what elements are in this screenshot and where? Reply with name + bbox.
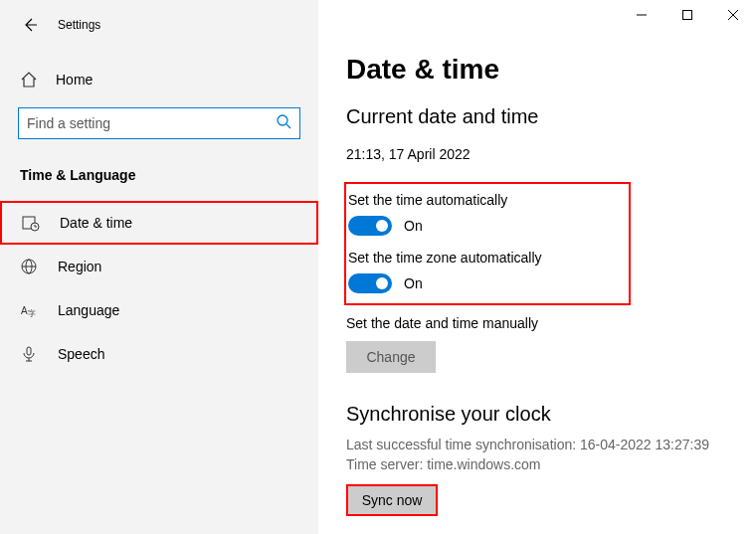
search-icon <box>276 113 291 133</box>
nav-label: Date & time <box>60 215 132 231</box>
titlebar: Settings <box>0 8 318 42</box>
search-input-container[interactable] <box>18 107 300 139</box>
auto-tz-toggle[interactable] <box>348 273 392 293</box>
home-link[interactable]: Home <box>0 62 318 97</box>
svg-point-4 <box>278 115 287 125</box>
nav-label: Speech <box>58 346 104 362</box>
change-button[interactable]: Change <box>346 341 436 373</box>
search-input[interactable] <box>27 115 276 131</box>
home-label: Home <box>56 72 93 88</box>
svg-line-5 <box>286 124 290 128</box>
current-datetime: 21:13, 17 April 2022 <box>346 146 756 162</box>
auto-time-state: On <box>404 218 423 234</box>
sync-title: Synchronise your clock <box>346 403 756 426</box>
home-icon <box>20 71 38 89</box>
main-content: Date & time Current date and time 21:13,… <box>318 0 756 534</box>
auto-tz-label: Set the time zone automatically <box>346 250 621 266</box>
back-button[interactable] <box>16 11 44 39</box>
nav-label: Region <box>58 259 101 274</box>
page-title: Date & time <box>346 54 756 86</box>
sync-server: Time server: time.windows.com <box>346 455 756 475</box>
language-icon: A字 <box>20 301 38 319</box>
sync-last: Last successful time synchronisation: 16… <box>346 436 756 455</box>
svg-text:A: A <box>21 305 28 316</box>
svg-rect-13 <box>27 347 31 355</box>
auto-time-toggle[interactable] <box>348 216 392 236</box>
manual-label: Set the date and time manually <box>346 315 756 331</box>
svg-text:字: 字 <box>28 309 36 318</box>
auto-settings-block: Set the time automatically On Set the ti… <box>344 182 631 305</box>
auto-tz-state: On <box>404 275 423 291</box>
microphone-icon <box>20 345 38 363</box>
nav-item-datetime[interactable]: Date & time <box>0 201 318 245</box>
nav-item-language[interactable]: A字 Language <box>0 288 318 332</box>
sidebar: Settings Home Time & Language Date & tim… <box>0 0 318 534</box>
app-title: Settings <box>58 18 100 32</box>
nav-label: Language <box>58 302 119 318</box>
nav-item-region[interactable]: Region <box>0 245 318 288</box>
section-title: Current date and time <box>346 105 756 128</box>
nav: Date & time Region A字 Language Speech <box>0 201 318 376</box>
nav-item-speech[interactable]: Speech <box>0 332 318 376</box>
calendar-clock-icon <box>22 214 40 232</box>
sync-now-button[interactable]: Sync now <box>346 484 438 516</box>
category-title: Time & Language <box>0 167 318 183</box>
auto-time-label: Set the time automatically <box>346 192 621 208</box>
globe-icon <box>20 258 38 275</box>
